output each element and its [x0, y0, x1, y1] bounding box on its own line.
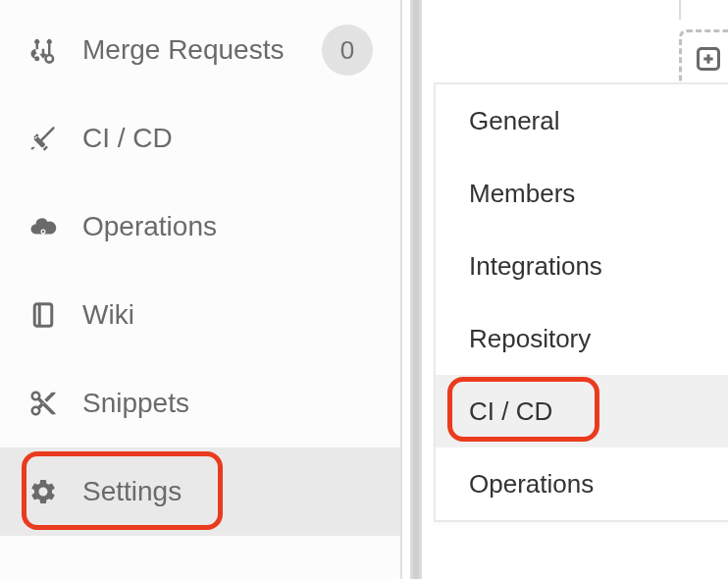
merge-requests-icon	[27, 34, 59, 66]
submenu-item-repository[interactable]: Repository	[436, 302, 728, 375]
book-icon	[27, 299, 59, 331]
sidebar-item-label: CI / CD	[82, 123, 373, 154]
add-widget-placeholder[interactable]	[679, 29, 728, 88]
sidebar-item-label: Snippets	[82, 388, 373, 419]
submenu-item-operations[interactable]: Operations	[436, 447, 728, 520]
sidebar-item-label: Merge Requests	[82, 34, 298, 66]
scissors-icon	[27, 388, 59, 419]
sidebar: Merge Requests 0 CI / CD Operations Wiki…	[0, 0, 402, 579]
submenu-item-label: Members	[469, 179, 575, 209]
sidebar-item-wiki[interactable]: Wiki	[0, 271, 400, 359]
sidebar-item-operations[interactable]: Operations	[0, 183, 400, 271]
submenu-item-integrations[interactable]: Integrations	[436, 230, 728, 302]
sidebar-item-snippets[interactable]: Snippets	[0, 359, 400, 447]
sidebar-item-label: Wiki	[82, 299, 373, 331]
submenu-item-general[interactable]: General	[436, 84, 728, 157]
gear-icon	[27, 476, 59, 507]
plus-icon	[695, 45, 722, 73]
submenu-item-members[interactable]: Members	[436, 157, 728, 230]
submenu-item-label: CI / CD	[469, 396, 552, 427]
settings-submenu: General Members Integrations Repository …	[434, 82, 728, 522]
sidebar-item-ci-cd[interactable]: CI / CD	[0, 94, 400, 183]
svg-rect-0	[34, 304, 52, 327]
submenu-item-label: Repository	[469, 324, 591, 354]
ghost-panel-top	[679, 0, 728, 20]
rocket-icon	[27, 123, 59, 154]
content-area: General Members Integrations Repository …	[422, 0, 728, 579]
submenu-item-label: General	[469, 106, 560, 136]
sidebar-item-label: Settings	[82, 476, 373, 507]
sidebar-divider[interactable]	[410, 0, 422, 579]
submenu-item-label: Integrations	[469, 251, 602, 282]
merge-requests-badge: 0	[322, 25, 373, 76]
cloud-gear-icon	[27, 211, 59, 242]
submenu-item-ci-cd[interactable]: CI / CD	[436, 375, 728, 447]
sidebar-item-settings[interactable]: Settings	[0, 447, 400, 536]
sidebar-item-label: Operations	[82, 211, 373, 242]
sidebar-item-merge-requests[interactable]: Merge Requests 0	[0, 6, 400, 94]
submenu-item-label: Operations	[469, 469, 594, 500]
